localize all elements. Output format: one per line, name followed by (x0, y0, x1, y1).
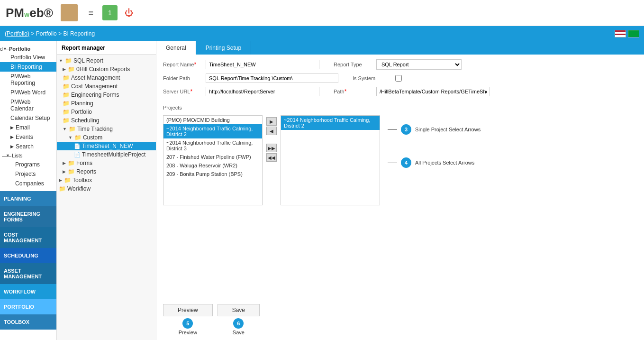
tree-arrow: ▼ (63, 127, 67, 131)
left-sidebar: ▼ Portfolio 1 Expand Portfolio View BI R… (0, 41, 57, 340)
sidebar-item-search[interactable]: ▶ Search (0, 142, 56, 151)
server-url-input[interactable] (206, 87, 319, 96)
save-button[interactable]: Save (218, 304, 260, 316)
tree-item-portfolio[interactable]: 📁 Portfolio (57, 108, 156, 116)
nav-btn-workflow[interactable]: WORKFLOW (0, 284, 56, 299)
form-row-report-name: Report Name* Report Type SQL Report (163, 59, 637, 70)
project-item[interactable]: ~2014 Neighborhood Traffic Calming, Dist… (163, 138, 262, 153)
tree-item-engineering[interactable]: 📁 Engineering Forms (57, 91, 156, 99)
tree-item-workflow[interactable]: 📁 Workflow (57, 184, 156, 193)
project-item[interactable]: (PMO) PMO/CMID Building (163, 116, 262, 124)
report-name-input[interactable] (206, 60, 319, 69)
nav-btn-planning[interactable]: PLANNING (0, 191, 56, 206)
sidebar-item-portfolio-view[interactable]: Portfolio View (0, 53, 56, 62)
project-item[interactable]: 207 - Finished Water Pipeline (FWP) (163, 153, 262, 161)
breadcrumb-bar: (Portfolio) > Portfolio > BI Reporting (0, 26, 644, 41)
report-type-label: Report Type (334, 62, 372, 67)
tree-label: TimesheetMultipleProject (82, 151, 145, 158)
report-type-select[interactable]: SQL Report (376, 59, 462, 70)
sidebar-item-programs[interactable]: Programs (0, 160, 56, 169)
project-item-selected[interactable]: ~2014 Neighborhood Traffic Calming, Dist… (163, 124, 262, 138)
nav-btn-engineering[interactable]: ENGINEERING FORMS (0, 206, 56, 227)
tree-arrow: ▼ (68, 135, 73, 140)
tree-item-planning[interactable]: 📁 Planning (57, 99, 156, 108)
tree-item-reports[interactable]: ▶ 📁 Reports (57, 167, 156, 176)
tree-item-scheduling[interactable]: 📁 Scheduling (57, 116, 156, 125)
companies-label: Companies (15, 180, 44, 187)
email-label: Email (16, 124, 30, 131)
nav-btn-toolbox[interactable]: TOOLBOX (0, 314, 56, 330)
menu-icon[interactable]: ≡ (83, 5, 99, 20)
flag-br-icon[interactable] (628, 30, 639, 37)
tree-item-cost[interactable]: 📁 Cost Management (57, 82, 156, 91)
tab-general[interactable]: General (156, 41, 196, 55)
preview-button[interactable]: Preview (163, 304, 213, 316)
tree-item-timesheet-multiple[interactable]: 📄 TimesheetMultipleProject (57, 150, 156, 159)
tab-printing-setup-label: Printing Setup (206, 45, 241, 51)
projects-label: Projects (15, 171, 36, 177)
sidebar-item-projects[interactable]: Projects (0, 169, 56, 179)
sidebar-item-pmweb-calendar[interactable]: PMWeb Calendar (0, 97, 56, 113)
all-select-right-btn[interactable]: ▶▶ (266, 144, 277, 152)
tab-printing-setup[interactable]: Printing Setup (196, 41, 251, 55)
single-deselect-left-btn[interactable]: ◀ (266, 127, 277, 135)
folder-icon: 📁 (69, 126, 76, 132)
save-button-group: Save 6 Save (218, 304, 260, 335)
annotation-single: 3 Single Project Select Arrows (388, 124, 481, 135)
tree-item-toolbox[interactable]: ▶ 📁 Toolbox (57, 176, 156, 184)
tree-item-0hill[interactable]: ▶ 📁 0Hill Custom Reports (57, 65, 156, 74)
single-select-right-btn[interactable]: ▶ (266, 117, 277, 126)
is-system-label: Is System (353, 75, 390, 81)
sidebar-item-calendar-setup[interactable]: Calendar Setup (0, 113, 56, 123)
doc-icon: 📄 (74, 152, 81, 158)
folder-icon: 📁 (68, 160, 75, 166)
shield-badge[interactable]: 1 (102, 5, 118, 20)
sidebar-item-events[interactable]: ▶ Events (0, 132, 56, 142)
tree-label: Cost Management (71, 83, 118, 90)
power-icon[interactable]: ⏻ (121, 5, 136, 20)
selected-project-item[interactable]: ~2014 Neighborhood Traffic Calming, Dist… (281, 116, 380, 130)
tree-label: Reports (76, 168, 96, 175)
annotation-all: 4 All Projects Select Arrows (388, 157, 481, 168)
folder-path-input[interactable] (206, 74, 338, 83)
portfolio-view-label: Portfolio View (10, 54, 45, 61)
flag-us-icon[interactable] (615, 30, 626, 37)
is-system-checkbox[interactable] (395, 75, 402, 82)
programs-label: Programs (15, 161, 40, 168)
tree-item-timesheet-new[interactable]: 📄 TimeSheet_N_NEW (57, 142, 156, 150)
project-item[interactable]: 208 - Waluga Reservoir (WR2) (163, 161, 262, 170)
sidebar-item-pmweb-word[interactable]: PMWeb Word (0, 88, 56, 97)
tree-item-sql-report[interactable]: ▼ 📁 SQL Report (57, 56, 156, 65)
breadcrumb-portfolio-link[interactable]: (Portfolio) (5, 30, 29, 37)
nav-btn-cost[interactable]: COST MANAGEMENT (0, 227, 56, 248)
all-deselect-left-btn[interactable]: ◀◀ (266, 153, 277, 162)
sidebar-item-pmweb-reporting[interactable]: PMWeb Reporting (0, 72, 56, 88)
tree-item-time-tracking[interactable]: ▼ 📁 Time Tracking (57, 125, 156, 133)
tree-label: Planning (71, 100, 93, 107)
sidebar-item-companies[interactable]: Companies (0, 179, 56, 188)
arrow-buttons-group: ▶ ◀ ▶▶ ◀◀ (265, 115, 278, 164)
project-list: (PMO) PMO/CMID Building ~2014 Neighborho… (163, 115, 263, 205)
sidebar-item-lists[interactable]: ▼ Lists 2 Select (0, 151, 56, 160)
path-input[interactable] (376, 87, 490, 96)
logo: PMWeb® (6, 6, 53, 20)
tree-label: Engineering Forms (71, 92, 119, 98)
project-item[interactable]: 209 - Bonita Pump Station (BPS) (163, 170, 262, 178)
nav-btn-portfolio[interactable]: PORTFOLIO (0, 299, 56, 314)
breadcrumb: (Portfolio) > Portfolio > BI Reporting (5, 30, 95, 37)
projects-label: Projects (163, 105, 637, 110)
tabs-bar: General Printing Setup (156, 41, 644, 55)
nav-btn-asset[interactable]: ASSET MANAGEMENT (0, 263, 56, 284)
breadcrumb-path: > Portfolio > BI Reporting (31, 30, 95, 37)
folder-icon: 📁 (63, 109, 70, 115)
avatar[interactable] (61, 4, 78, 21)
tree-item-asset[interactable]: 📁 Asset Management (57, 74, 156, 82)
preview-circle: 5 (182, 318, 193, 329)
sidebar-item-bi-reporting[interactable]: BI Reporting (0, 62, 56, 72)
tree-item-custom[interactable]: ▼ 📁 Custom (57, 133, 156, 142)
pmweb-calendar-label: PMWeb Calendar (10, 99, 53, 112)
tree-label: Portfolio (71, 109, 92, 115)
sidebar-item-email[interactable]: ▶ Email (0, 123, 56, 132)
nav-btn-scheduling[interactable]: SCHEDULING (0, 248, 56, 263)
tree-item-forms[interactable]: ▶ 📁 Forms (57, 159, 156, 167)
